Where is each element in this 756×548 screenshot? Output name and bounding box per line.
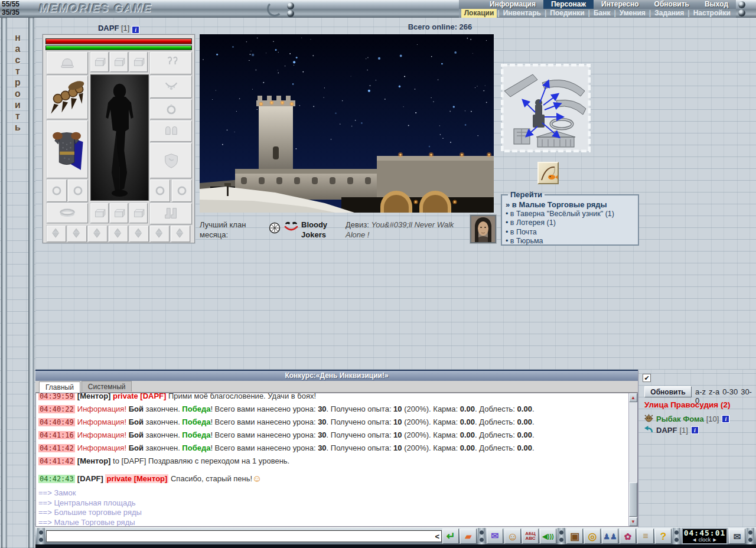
fishing-icon[interactable] — [537, 162, 559, 184]
refresh-button[interactable]: Обновить — [644, 386, 692, 397]
message-segment: Победа — [182, 430, 210, 439]
charm-slot-6-icon[interactable] — [129, 203, 148, 223]
goto-link[interactable]: • в Таверна "Весёлый узник" (1) — [506, 210, 634, 219]
nav-item-Задания[interactable]: Задания — [651, 9, 687, 18]
coins-icon[interactable]: ◎ — [584, 529, 601, 544]
message-segment: Прими моё благословение. Удачи в боях! — [168, 393, 316, 400]
gem-slot-4-icon[interactable] — [109, 226, 128, 242]
info-icon[interactable]: i — [132, 26, 139, 34]
nav-item-Интересно[interactable]: Интересно — [594, 0, 647, 9]
npc-portrait[interactable] — [470, 215, 496, 243]
city-map-thumbnail[interactable] — [501, 64, 591, 152]
chat-input[interactable] — [46, 530, 442, 542]
location-link[interactable]: ==> Центральная площадь — [38, 498, 633, 508]
goto-link[interactable]: » в Малые Торговые ряды — [506, 200, 634, 210]
player-row: Рыбак Фома[10]i — [644, 413, 729, 425]
spellcheck-icon[interactable]: АБЦАВС — [522, 529, 539, 544]
character-title: DAPF [1] i — [43, 24, 195, 34]
gloves-slot-icon[interactable] — [150, 120, 192, 142]
nav-item-Умения[interactable]: Умения — [617, 9, 649, 18]
message-segment: Информация! — [77, 417, 129, 426]
scroll-thumb[interactable] — [629, 482, 637, 517]
ring-slot-left-1-icon[interactable] — [47, 180, 67, 202]
location-header: Улица Правосудия (2) — [644, 400, 730, 409]
goto-link[interactable]: • в Почта — [506, 228, 634, 237]
shield-slot-icon[interactable] — [150, 143, 192, 178]
nav-item-Инвентарь[interactable]: Инвентарь — [500, 9, 544, 18]
helmet-slot-icon[interactable] — [47, 52, 88, 74]
sound-icon[interactable]: ◀))) — [540, 529, 556, 544]
charm-slot-3-icon[interactable] — [129, 52, 148, 72]
eraser-icon[interactable]: ▰ — [460, 529, 477, 544]
player-name[interactable]: Рыбак Фома — [656, 415, 704, 423]
location-link[interactable]: ==> Малые Торговые ряды — [38, 518, 633, 527]
charm-slot-2-icon[interactable] — [110, 52, 128, 72]
online-filter-checkbox[interactable]: ✔ — [643, 374, 651, 382]
location-link[interactable]: ==> Замок — [38, 488, 633, 498]
nav-item-Настройки[interactable]: Настройки — [690, 9, 734, 18]
ring-slot-right-2-icon[interactable] — [172, 180, 192, 202]
clock-prev-icon[interactable]: ◄ — [692, 537, 697, 543]
gem-slot-6-icon[interactable] — [150, 226, 170, 242]
clock-next-icon[interactable]: ► — [712, 537, 718, 543]
message-segment: (200%). Карма: — [402, 405, 460, 413]
location-link[interactable]: ==> Большие торговые ряды — [38, 508, 633, 518]
gem-slot-1-icon[interactable] — [47, 226, 66, 242]
nav-item-Поединки[interactable]: Поединки — [547, 9, 587, 18]
ornament-divider-icon — [478, 528, 485, 544]
clan-badge-icon[interactable] — [269, 222, 281, 236]
ring-slot-left-2-icon[interactable] — [68, 180, 88, 202]
clock-label: clock — [699, 537, 711, 543]
nav-item-Локации[interactable]: Локации — [461, 9, 497, 18]
chat-tab-Системный[interactable]: Системный — [82, 381, 132, 392]
nav-item-Обновить[interactable]: Обновить — [647, 0, 697, 9]
best-clan-name[interactable]: Bloody Jokers — [301, 220, 347, 240]
nav-item-Персонаж[interactable]: Персонаж — [543, 0, 594, 9]
player-name[interactable]: DAPF — [656, 426, 677, 435]
armor-slot-icon[interactable] — [47, 120, 88, 178]
gem-slot-2-icon[interactable] — [67, 226, 87, 242]
info-icon[interactable]: i — [691, 426, 699, 434]
nav-item-Информация[interactable]: Информация — [482, 0, 543, 9]
bracelet-slot-icon[interactable] — [150, 99, 192, 119]
necklace-slot-icon[interactable] — [150, 76, 192, 98]
charm-slot-5-icon[interactable] — [110, 203, 128, 223]
charm-slot-1-icon[interactable] — [90, 52, 109, 72]
ring-slot-right-1-icon[interactable] — [150, 180, 170, 202]
nav-item-Выход[interactable]: Выход — [697, 0, 736, 9]
gem-slot-7-icon[interactable] — [171, 226, 190, 242]
gem-slot-5-icon[interactable] — [129, 226, 149, 242]
users-icon[interactable]: ♟♟ — [602, 529, 618, 544]
smiley-icon[interactable]: ☺ — [504, 529, 521, 544]
award-icon[interactable]: ✿ — [620, 529, 636, 544]
charm-slot-4-icon[interactable] — [90, 203, 109, 223]
mail-check-icon[interactable]: ✉ — [487, 529, 503, 544]
clan-smiley-icon[interactable] — [284, 220, 299, 235]
weapon-slot-icon[interactable] — [47, 76, 88, 119]
help-icon[interactable]: ? — [655, 529, 672, 544]
message-segment: to [DAPF] Поздравляю с переходом на 1 ур… — [110, 456, 289, 465]
earrings-slot-icon[interactable] — [150, 52, 192, 74]
info-icon[interactable]: i — [722, 415, 729, 423]
chat-tab-Главный[interactable]: Главный — [39, 381, 80, 393]
boots-slot-icon[interactable] — [150, 203, 192, 224]
goto-link[interactable]: • в Тюрьма — [506, 237, 634, 246]
sort-link-a-z[interactable]: a-z — [695, 387, 706, 396]
sort-link-z-a[interactable]: z-a — [709, 387, 719, 396]
chest-icon[interactable]: ▣ — [566, 529, 583, 544]
send-icon[interactable]: ↵ — [442, 529, 459, 544]
configure-vertical-link[interactable]: настроить — [0, 32, 35, 133]
message-segment: Информация! — [77, 443, 129, 452]
scroll-up-icon[interactable]: ▲ — [629, 393, 637, 402]
player-list: Рыбак Фома[10]iDAPF[1]i — [644, 413, 729, 436]
sort-link-0-30[interactable]: 0-30 — [722, 387, 738, 396]
gem-slot-3-icon[interactable] — [88, 226, 107, 242]
nav-item-Банк[interactable]: Банк — [591, 9, 614, 18]
belt-slot-icon[interactable] — [47, 203, 88, 223]
scroll-down-icon[interactable]: ▼ — [629, 517, 637, 526]
goto-link[interactable]: • в Лотерея (1) — [506, 218, 634, 228]
mailbox-icon[interactable]: ✉ — [729, 529, 745, 544]
character-name[interactable]: DAPF — [98, 24, 119, 32]
scroll-icon[interactable]: ≡ — [637, 529, 654, 544]
chat-scrollbar[interactable]: ▲ ▼ — [628, 393, 637, 526]
